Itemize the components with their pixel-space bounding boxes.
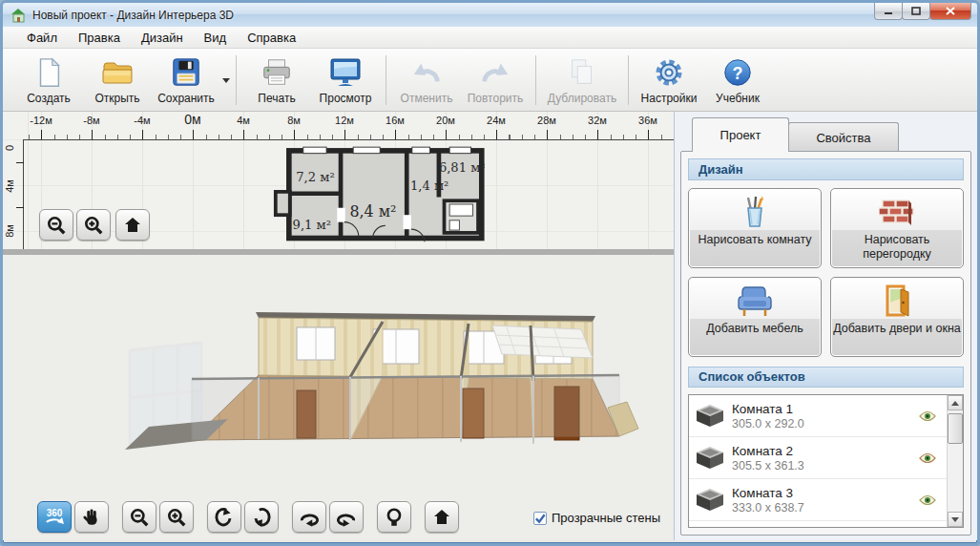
redo-button[interactable]: Повторить — [461, 53, 530, 105]
navigation-toolbar-3d: 360 — [37, 501, 459, 533]
rotate-360-button[interactable]: 360 — [37, 501, 72, 533]
help-icon: ? — [721, 56, 754, 89]
object-row-room2[interactable]: Комната 2 305.5 x 361.3 — [689, 437, 963, 479]
toolbar-separator — [386, 55, 386, 105]
plan-zoom-out-button[interactable] — [39, 209, 73, 241]
tilt-up-button[interactable] — [207, 501, 241, 533]
pan-button[interactable] — [74, 501, 109, 533]
duplicate-label: Дублировать — [548, 92, 616, 105]
room-box-icon — [697, 405, 723, 428]
menu-view[interactable]: Вид — [194, 28, 238, 48]
ruler-v-label: 0 — [4, 141, 15, 155]
undo-icon — [410, 56, 443, 89]
objects-scrollbar[interactable] — [947, 395, 963, 527]
visibility-eye-icon[interactable] — [919, 410, 936, 422]
object-row-room4[interactable]: Комната 4 — [689, 521, 963, 528]
object-row-room1[interactable]: Комната 1 305.0 x 292.0 — [689, 395, 963, 437]
object-size: 305.0 x 292.0 — [732, 417, 804, 430]
maximize-button[interactable] — [902, 3, 930, 20]
object-row-room3[interactable]: Комната 3 333.0 x 638.7 — [689, 479, 963, 521]
tutorial-button[interactable]: ? Учебник — [703, 53, 772, 105]
draw-room-button[interactable]: Нарисовать комнату — [688, 188, 822, 268]
save-floppy-icon — [170, 56, 202, 89]
menu-design[interactable]: Дизайн — [131, 28, 194, 48]
rotate-right-button[interactable] — [329, 501, 364, 533]
menu-edit[interactable]: Правка — [68, 28, 131, 48]
tilt-down-icon — [251, 507, 272, 528]
menu-help[interactable]: Справка — [237, 28, 306, 48]
home-icon — [123, 216, 142, 235]
close-button[interactable] — [929, 3, 971, 20]
ruler-label: 24м — [487, 115, 506, 126]
scrollbar-thumb[interactable] — [948, 413, 963, 444]
arrow-down-icon — [951, 517, 959, 522]
settings-gear-icon — [652, 55, 686, 90]
add-doors-windows-button[interactable]: Добавить двери и окна — [830, 277, 964, 357]
pencil-cup-icon — [738, 195, 772, 229]
zoom-out-3d-button[interactable] — [122, 501, 156, 533]
floor-plan-2d[interactable]: 7,2 м² 9,1 м² 8,4 м² 1,4 м² 6,81 м² — [273, 145, 492, 249]
minimize-button[interactable] — [874, 3, 903, 20]
toolbar-separator — [628, 55, 629, 105]
new-project-button[interactable]: Создать — [14, 53, 83, 105]
save-project-button[interactable]: Сохранить — [152, 53, 220, 105]
home-3d-button[interactable] — [425, 501, 459, 533]
open-folder-icon — [100, 56, 135, 89]
scroll-up-button[interactable] — [948, 395, 963, 410]
open-project-button[interactable]: Открыть — [83, 53, 152, 105]
undo-button[interactable]: Отменить — [392, 53, 461, 105]
draw-partition-button[interactable]: Нарисовать перегородку — [830, 188, 964, 268]
preview-label: Просмотр — [320, 92, 372, 105]
tab-properties[interactable]: Свойства — [788, 122, 899, 152]
app-logo-icon — [10, 8, 27, 23]
plan-zoom-in-button[interactable] — [76, 209, 111, 241]
object-name: Комната 2 — [732, 444, 804, 458]
design-buttons: Нарисовать комнату Нарисовать перегородк… — [688, 188, 964, 357]
close-icon — [946, 7, 955, 15]
transparent-walls-option[interactable]: Прозрачные стены — [533, 511, 660, 525]
scene-3d-view[interactable]: 360 — [3, 255, 674, 540]
ruler-label: -12м — [30, 115, 52, 126]
add-furniture-label: Добавить мебель — [706, 322, 803, 337]
plan-2d-view[interactable]: -12м -8м -4м 0м 4м 8м 12м 16м 20м 24м 28… — [3, 112, 674, 249]
scroll-down-button[interactable] — [948, 512, 963, 527]
settings-button[interactable]: Настройки — [635, 53, 703, 105]
window-title: Новый проект - Дизайн Интерьера 3D — [32, 9, 234, 22]
room-area-label: 7,2 м² — [296, 170, 334, 184]
tilt-down-button[interactable] — [244, 501, 279, 533]
add-furniture-button[interactable]: Добавить мебель — [688, 277, 822, 357]
ruler-label: 32м — [588, 115, 607, 126]
room-box-icon — [697, 447, 723, 470]
preview-button[interactable]: Просмотр — [311, 53, 380, 105]
plan-home-button[interactable] — [115, 209, 150, 241]
rotate-left-button[interactable] — [292, 501, 326, 533]
checkmark-icon — [534, 513, 546, 524]
rotate-right-icon — [335, 507, 358, 528]
zoom-in-3d-button[interactable] — [159, 501, 194, 533]
room-box-icon — [697, 489, 723, 512]
maximize-icon — [911, 7, 921, 15]
minimize-icon — [884, 7, 893, 15]
visibility-eye-icon[interactable] — [919, 452, 936, 464]
visibility-eye-icon[interactable] — [919, 494, 936, 506]
transparent-walls-checkbox[interactable] — [533, 512, 547, 525]
print-button[interactable]: Печать — [242, 53, 311, 105]
save-dropdown-arrow-icon[interactable] — [222, 78, 230, 83]
print-icon — [261, 56, 293, 89]
title-bar[interactable]: Новый проект - Дизайн Интерьера 3D — [3, 3, 977, 27]
rotate-left-icon — [298, 507, 321, 528]
duplicate-button[interactable]: Дублировать — [542, 53, 622, 105]
menu-file[interactable]: Файл — [16, 28, 68, 48]
ruler-label: 20м — [436, 115, 455, 126]
armchair-icon — [737, 284, 773, 318]
design-section-header: Дизайн — [688, 158, 964, 180]
ruler-label: -4м — [134, 115, 150, 126]
toolbar-separator — [535, 55, 536, 105]
brick-wall-icon — [879, 195, 915, 229]
lighting-button[interactable] — [377, 501, 411, 533]
ruler-label: 0м — [184, 112, 200, 127]
tilt-up-icon — [214, 507, 235, 528]
room-area-label: 6,81 м² — [439, 160, 486, 175]
tab-project[interactable]: Проект — [692, 117, 789, 152]
menu-bar: Файл Правка Дизайн Вид Справка — [3, 27, 977, 49]
